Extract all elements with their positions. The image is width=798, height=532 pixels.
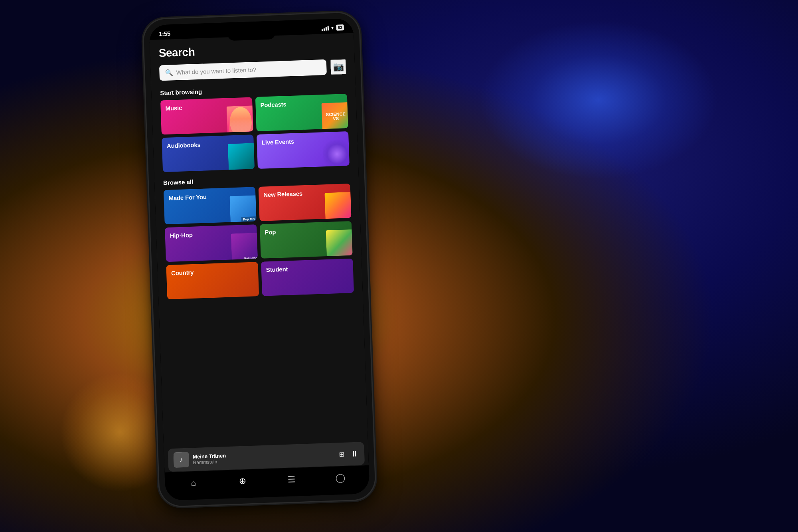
phone-body: 1:55 ▾ 82 Sea bbox=[143, 12, 375, 506]
madeforyou-art-image: Pop Mix bbox=[229, 195, 256, 222]
svg-text:♪: ♪ bbox=[180, 456, 183, 463]
music-art bbox=[227, 105, 253, 132]
podcasts-art-image: SCIENCE VS bbox=[321, 102, 348, 129]
search-bar-container: 🔍 What do you want to listen to? 📷 bbox=[159, 59, 346, 81]
category-country-label: Country bbox=[171, 269, 194, 277]
home-icon: ⌂ bbox=[191, 477, 196, 488]
category-hiphop[interactable]: Hip-Hop RapCaviar bbox=[165, 224, 258, 262]
hiphop-art: RapCaviar bbox=[231, 233, 258, 259]
phone-screen: 1:55 ▾ 82 Sea bbox=[149, 18, 369, 500]
devices-button[interactable]: ⊞ bbox=[339, 450, 345, 458]
category-hiphop-label: Hip-Hop bbox=[170, 231, 193, 239]
category-podcasts[interactable]: Podcasts SCIENCE VS bbox=[255, 94, 348, 131]
madeforyou-art: Pop Mix bbox=[229, 195, 256, 222]
liveevents-art bbox=[323, 140, 350, 166]
signal-icon bbox=[322, 26, 329, 31]
status-time: 1:55 bbox=[159, 30, 170, 37]
category-podcasts-label: Podcasts bbox=[260, 101, 286, 109]
category-madeforyou[interactable]: Made For You Pop Mix bbox=[164, 187, 257, 224]
category-country[interactable]: Country bbox=[166, 262, 259, 299]
category-liveevents-label: Live Events bbox=[261, 138, 294, 146]
category-liveevents[interactable]: Live Events bbox=[257, 131, 350, 169]
category-audiobooks-label: Audiobooks bbox=[167, 141, 201, 150]
nav-home[interactable]: ⌂ bbox=[169, 477, 218, 488]
category-newreleases-label: New Releases bbox=[263, 190, 302, 198]
audiobooks-art bbox=[228, 143, 255, 170]
top-categories-grid: Music Podcasts SCIENCE VS bbox=[152, 93, 358, 172]
nav-search[interactable]: ⊕ bbox=[218, 475, 267, 487]
dynamic-island bbox=[227, 26, 276, 41]
pop-art bbox=[326, 229, 353, 256]
battery-icon: 82 bbox=[336, 24, 344, 31]
app-content: Search 🔍 What do you want to listen to? … bbox=[150, 33, 370, 500]
newreleases-art bbox=[324, 192, 351, 219]
category-madeforyou-label: Made For You bbox=[168, 194, 207, 202]
wifi-icon: ▾ bbox=[331, 25, 334, 31]
nav-library[interactable]: ☰ bbox=[267, 473, 316, 485]
category-pop[interactable]: Pop bbox=[260, 221, 353, 259]
now-playing-info: Meine Tränen Rammstein bbox=[193, 449, 336, 465]
podcasts-art: SCIENCE VS bbox=[321, 102, 348, 129]
browse-categories-grid: Made For You Pop Mix New Releases bbox=[155, 183, 363, 300]
camera-button[interactable]: 📷 bbox=[330, 59, 346, 75]
category-music[interactable]: Music bbox=[160, 97, 253, 134]
nav-profile[interactable]: ◯ bbox=[316, 472, 365, 484]
phone-device: 1:55 ▾ 82 Sea bbox=[143, 12, 375, 506]
newreleases-art-image bbox=[324, 192, 351, 219]
now-playing-artwork: ♪ bbox=[174, 452, 189, 467]
category-music-label: Music bbox=[165, 105, 182, 112]
category-student-label: Student bbox=[266, 266, 288, 274]
search-bar[interactable]: 🔍 What do you want to listen to? bbox=[159, 59, 327, 81]
playback-controls: ⊞ ⏸ bbox=[339, 449, 359, 459]
search-nav-icon: ⊕ bbox=[239, 476, 246, 487]
album-art-icon: ♪ bbox=[174, 452, 189, 467]
pause-button[interactable]: ⏸ bbox=[351, 449, 359, 459]
library-icon: ☰ bbox=[287, 474, 296, 485]
category-audiobooks[interactable]: Audiobooks bbox=[162, 134, 255, 172]
monitor-glow bbox=[479, 20, 718, 180]
pop-art-image bbox=[326, 229, 353, 256]
music-art-image bbox=[227, 105, 253, 132]
page-title: Search bbox=[158, 40, 346, 59]
audiobooks-art-image bbox=[228, 143, 255, 170]
search-icon: 🔍 bbox=[165, 69, 173, 77]
profile-icon: ◯ bbox=[336, 472, 346, 483]
category-student[interactable]: Student bbox=[261, 259, 354, 296]
category-newreleases[interactable]: New Releases bbox=[259, 184, 352, 221]
search-placeholder-text: What do you want to listen to? bbox=[176, 66, 256, 76]
liveevents-art-image bbox=[323, 140, 350, 166]
hiphop-art-image: RapCaviar bbox=[231, 233, 258, 259]
app-header: Search 🔍 What do you want to listen to? … bbox=[150, 33, 356, 84]
status-icons: ▾ 82 bbox=[321, 24, 344, 31]
category-pop-label: Pop bbox=[265, 229, 276, 236]
